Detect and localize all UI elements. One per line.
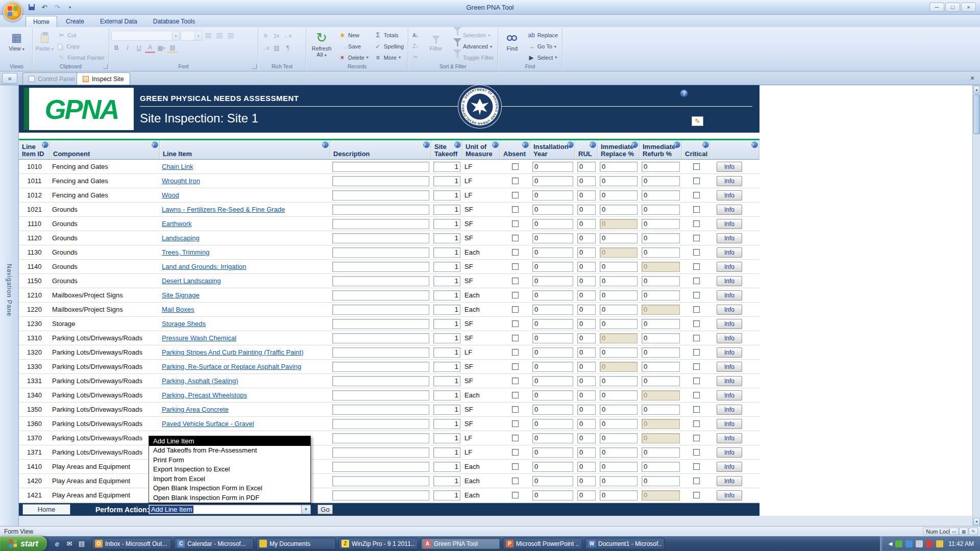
filter-button[interactable]: Filter	[422, 29, 450, 63]
immediate-replace-input[interactable]: 0	[600, 233, 638, 243]
rul-input[interactable]: 0	[577, 362, 596, 372]
installation-year-input[interactable]: 0	[532, 362, 573, 372]
installation-year-input[interactable]: 0	[532, 262, 573, 272]
info-button[interactable]: Info	[717, 462, 742, 472]
immediate-replace-input[interactable]: 0	[600, 247, 638, 258]
sort-ascending-button[interactable]: A↓	[410, 30, 421, 40]
site-takeoff-input[interactable]: 1	[433, 233, 460, 243]
immediate-replace-input[interactable]: 0	[600, 462, 638, 472]
qat-dropdown-button[interactable]: ▾	[65, 3, 75, 12]
line-item-link[interactable]: Paved Vehicle Surface - Gravel	[162, 420, 254, 428]
critical-checkbox[interactable]	[693, 335, 700, 341]
text-highlight-button[interactable]: ▨	[272, 43, 282, 53]
immediate-replace-input[interactable]: 0	[600, 290, 638, 300]
help-icon[interactable]: ?	[322, 141, 329, 148]
critical-checkbox[interactable]	[693, 349, 700, 356]
absent-checkbox[interactable]	[512, 249, 519, 256]
info-button[interactable]: Info	[717, 405, 742, 415]
line-item-link[interactable]: Parking, Re-Surface or Replace Asphalt P…	[162, 363, 301, 370]
immediate-refurb-input[interactable]: 0	[642, 405, 680, 415]
minimize-button[interactable]: ─	[929, 3, 944, 12]
installation-year-input[interactable]: 0	[532, 433, 573, 443]
info-button[interactable]: Info	[717, 333, 742, 343]
perform-action-combo[interactable]: Add Line Item ▼	[149, 505, 311, 514]
paragraph-button[interactable]: ¶	[283, 43, 293, 53]
installation-year-input[interactable]: 0	[532, 405, 573, 415]
immediate-replace-input[interactable]: 0	[600, 433, 638, 443]
paste-button[interactable]: Paste ▾	[35, 29, 54, 63]
menu-item[interactable]: Export Inspection to Excel	[149, 465, 310, 474]
line-item-link[interactable]: Mail Boxes	[162, 306, 194, 313]
vertical-scrollbar[interactable]: ▲ ▼	[972, 85, 980, 526]
find-button[interactable]: Find	[500, 29, 524, 63]
immediate-refurb-input[interactable]: 0	[642, 490, 680, 500]
site-takeoff-input[interactable]: 1	[433, 462, 460, 472]
navigation-pane[interactable]: Navigation Pane	[0, 85, 19, 526]
site-takeoff-input[interactable]: 1	[433, 490, 460, 500]
view-button[interactable]: ▦ View ▾	[3, 29, 30, 63]
menu-item[interactable]: Open Blank Inspection Form in Excel	[149, 484, 310, 493]
description-input[interactable]	[332, 462, 429, 472]
tray-shield-icon[interactable]	[895, 540, 902, 547]
replace-button[interactable]: abReplace	[526, 30, 560, 41]
absent-checkbox[interactable]	[512, 478, 519, 484]
scroll-up-icon[interactable]: ▲	[973, 86, 980, 93]
info-button[interactable]: Info	[717, 490, 742, 500]
absent-checkbox[interactable]	[512, 435, 519, 441]
scrollbar-thumb[interactable]	[973, 94, 980, 134]
immediate-replace-input[interactable]: 0	[600, 276, 638, 286]
immediate-replace-input[interactable]: 0	[600, 319, 638, 329]
save-record-button[interactable]: Save	[336, 41, 371, 52]
absent-checkbox[interactable]	[512, 492, 519, 498]
absent-checkbox[interactable]	[512, 335, 519, 341]
format-painter-button[interactable]: ✎Format Painter	[56, 52, 107, 63]
description-input[interactable]	[332, 305, 429, 315]
critical-checkbox[interactable]	[693, 220, 700, 227]
installation-year-input[interactable]: 0	[532, 205, 573, 215]
absent-checkbox[interactable]	[512, 292, 519, 298]
cut-button[interactable]: ✂Cut	[56, 30, 107, 41]
critical-checkbox[interactable]	[693, 420, 700, 427]
help-icon[interactable]: ?	[751, 141, 758, 148]
copy-button[interactable]: Copy	[56, 41, 107, 52]
rul-input[interactable]: 0	[577, 305, 596, 315]
ribbon-tab[interactable]: External Data	[93, 16, 144, 27]
rul-input[interactable]: 0	[577, 405, 596, 415]
site-takeoff-input[interactable]: 1	[433, 276, 460, 286]
help-icon[interactable]: ?	[680, 90, 688, 97]
help-icon[interactable]: ?	[492, 141, 499, 148]
description-input[interactable]	[332, 262, 429, 272]
tab-inspect-site[interactable]: Inspect Site	[77, 72, 130, 85]
site-takeoff-input[interactable]: 1	[433, 290, 460, 300]
critical-checkbox[interactable]	[693, 320, 700, 327]
immediate-replace-input[interactable]: 0	[600, 376, 638, 386]
increase-indent-button[interactable]: →≡	[260, 43, 271, 53]
critical-checkbox[interactable]	[693, 378, 700, 384]
critical-checkbox[interactable]	[693, 206, 700, 213]
rul-input[interactable]: 0	[577, 219, 596, 229]
numbering-button[interactable]: 1≡	[272, 31, 282, 41]
goto-button[interactable]: →Go To ▾	[526, 41, 560, 52]
help-icon[interactable]: ?	[423, 141, 430, 148]
absent-checkbox[interactable]	[512, 220, 519, 227]
absent-checkbox[interactable]	[512, 392, 519, 398]
absent-checkbox[interactable]	[512, 235, 519, 241]
tab-control-panel[interactable]: Control Panel	[22, 72, 81, 85]
installation-year-input[interactable]: 0	[532, 390, 573, 400]
font-size-combo[interactable]: ▾	[181, 31, 202, 41]
align-center-button[interactable]	[214, 31, 225, 41]
installation-year-input[interactable]: 0	[532, 419, 573, 429]
installation-year-input[interactable]: 0	[532, 276, 573, 286]
site-takeoff-input[interactable]: 1	[433, 305, 460, 315]
immediate-refurb-input[interactable]: 0	[642, 447, 680, 458]
installation-year-input[interactable]: 0	[532, 305, 573, 315]
description-input[interactable]	[332, 219, 429, 229]
rul-input[interactable]: 0	[577, 276, 596, 286]
edit-pencil-icon[interactable]: ✎	[692, 116, 703, 126]
immediate-replace-input[interactable]: 0	[600, 476, 638, 486]
info-button[interactable]: Info	[717, 247, 742, 258]
info-button[interactable]: Info	[717, 176, 742, 186]
rul-input[interactable]: 0	[577, 462, 596, 472]
critical-checkbox[interactable]	[693, 463, 700, 470]
critical-checkbox[interactable]	[693, 392, 700, 398]
